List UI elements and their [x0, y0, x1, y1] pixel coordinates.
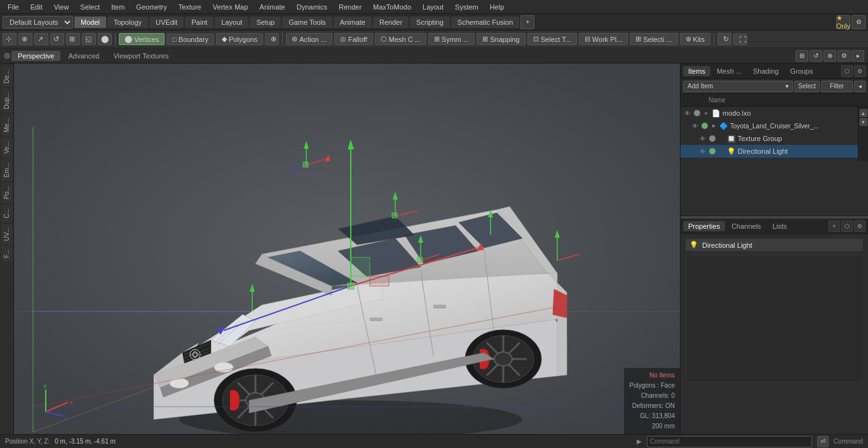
tool-world-btn[interactable]: ⊕ — [18, 33, 32, 45]
menu-select[interactable]: Select — [75, 2, 105, 12]
viewport-advanced-tab[interactable]: Advanced — [62, 51, 105, 61]
item-vis-indicator[interactable] — [709, 148, 715, 154]
tool-rotate-btn[interactable]: ↺ — [50, 33, 64, 45]
menu-render[interactable]: Render — [334, 2, 367, 12]
panel-maximize-btn[interactable]: ⬡ — [841, 65, 853, 77]
kits-btn[interactable]: ⊛ Kits — [680, 33, 710, 45]
select-through-btn[interactable]: ⊡ Select T... — [527, 33, 577, 45]
mesh-tab[interactable]: Mesh ... — [712, 66, 747, 76]
items-tab[interactable]: Items — [683, 66, 710, 76]
tab-render[interactable]: Render — [373, 17, 409, 28]
scroll-down-btn[interactable]: ▼ — [860, 118, 867, 126]
viewport-textures-tab[interactable]: Viewport Textures — [107, 51, 175, 61]
symmetry-btn[interactable]: ⊞ Symm ... — [428, 33, 475, 45]
props-add-btn[interactable]: + — [829, 221, 840, 232]
menu-vertex-map[interactable]: Vertex Map — [208, 2, 254, 12]
tool-mirror-btn[interactable]: ⬤ — [98, 33, 112, 45]
menu-file[interactable]: File — [3, 2, 24, 12]
item-eye-btn[interactable]: 👁 — [691, 121, 700, 130]
tab-layout[interactable]: Layout — [215, 17, 248, 28]
viewport-reset-btn[interactable]: ↺ — [810, 50, 822, 62]
item-vis-indicator[interactable] — [694, 110, 700, 116]
boundary-btn[interactable]: □ Boundary — [166, 34, 214, 45]
menu-help[interactable]: Help — [485, 2, 510, 12]
select-btn[interactable]: Select — [794, 81, 820, 92]
snapping-btn[interactable]: ⊞ Snapping — [477, 33, 526, 45]
work-plane-btn[interactable]: ⊟ Work Pl... — [579, 33, 628, 45]
item-vis-indicator[interactable] — [709, 135, 715, 142]
action-btn[interactable]: ⊛ Action ... — [286, 33, 332, 45]
menu-animate[interactable]: Animate — [254, 2, 290, 12]
tab-topology[interactable]: Topology — [107, 17, 148, 28]
tool-arrow-btn[interactable]: ↗ — [34, 33, 48, 45]
tab-scripting[interactable]: Scripting — [410, 17, 450, 28]
item-expand-btn[interactable] — [702, 109, 710, 117]
falloff-btn[interactable]: ◎ Falloff — [334, 33, 373, 45]
channels-tab[interactable]: Channels — [726, 221, 766, 231]
tool-scale-btn[interactable]: ◱ — [82, 33, 96, 45]
viewport-arrow-btn[interactable]: ▸ — [851, 50, 864, 62]
command-run-btn[interactable]: ⏎ — [817, 436, 829, 447]
lists-tab[interactable]: Lists — [768, 221, 792, 231]
viewport-zoom-btn[interactable]: ⊕ — [824, 50, 836, 62]
vertices-btn[interactable]: ⬤ Vertices — [119, 33, 165, 45]
item-eye-btn[interactable]: 👁 — [698, 134, 707, 143]
scroll-up-btn[interactable]: ▲ — [860, 109, 867, 117]
sidebar-vtab-uv[interactable]: UV... — [1, 224, 13, 245]
list-item[interactable]: 👁 🔲 Texture Group — [681, 132, 858, 145]
polygons-btn[interactable]: ◆ Polygons — [216, 33, 263, 45]
list-item[interactable]: 👁 📄 modo.lxo — [681, 107, 858, 119]
item-eye-btn[interactable]: 👁 — [683, 109, 692, 118]
menu-item[interactable]: Item — [106, 2, 130, 12]
list-item[interactable]: 👁 💡 Directional Light — [681, 145, 858, 158]
props-maximize-btn[interactable]: ⬡ — [841, 221, 853, 232]
list-item[interactable]: 👁 🔷 Toyota_Land_Cruiser_Silver_... — [681, 119, 858, 132]
item-eye-btn[interactable]: 👁 — [698, 147, 707, 156]
sidebar-vtab-ve[interactable]: Ve... — [1, 137, 13, 158]
viewport-layout-icon[interactable]: ⊞ — [796, 50, 808, 62]
sidebar-vtab-c[interactable]: C... — [1, 205, 13, 222]
menu-edit[interactable]: Edit — [25, 2, 48, 12]
item-expand-btn[interactable] — [717, 147, 725, 155]
menu-dynamics[interactable]: Dynamics — [292, 2, 332, 12]
add-layout-tab-button[interactable]: + — [520, 15, 534, 29]
tab-model[interactable]: Model — [74, 17, 106, 28]
item-list-arrow-left[interactable]: ◂ — [854, 81, 865, 92]
selection-sets-btn[interactable]: ⊞ Selecti ... — [630, 33, 677, 45]
item-vis-indicator[interactable] — [702, 123, 708, 129]
viewport-perspective-tab[interactable]: Perspective — [11, 51, 60, 61]
menu-view[interactable]: View — [49, 2, 74, 12]
tab-uvedit[interactable]: UVEdit — [149, 17, 184, 28]
tool-transform-btn[interactable]: ⊞ — [66, 33, 80, 45]
sidebar-vtab-po[interactable]: Po... — [1, 182, 13, 203]
menu-layout[interactable]: Layout — [417, 2, 449, 12]
star-only-button[interactable]: ★ Only — [836, 15, 850, 29]
menu-texture[interactable]: Texture — [173, 2, 207, 12]
fullscreen-btn[interactable]: ⛶ — [733, 34, 747, 45]
props-settings-btn[interactable]: ⚙ — [854, 221, 865, 232]
sidebar-vtab-me[interactable]: Me... — [1, 114, 13, 136]
filter-btn[interactable]: Filter — [821, 81, 853, 92]
sidebar-vtab-de[interactable]: De... — [1, 66, 13, 87]
layout-select[interactable]: Default Layouts — [3, 16, 73, 29]
item-expand-btn[interactable] — [717, 135, 725, 142]
mesh-component-btn[interactable]: ⬡ Mesh C ... — [375, 33, 426, 45]
sidebar-vtab-dup[interactable]: Dup... — [1, 88, 13, 113]
shading-tab[interactable]: Shading — [748, 66, 783, 76]
item-expand-btn[interactable] — [710, 122, 717, 130]
viewport-3d[interactable]: X Y Z No Items Polygons : Face Channels:… — [14, 64, 680, 434]
viewport-dot[interactable] — [4, 53, 10, 59]
rotate-view-btn[interactable]: ↻ — [717, 33, 731, 45]
tab-setup[interactable]: Setup — [250, 17, 281, 28]
layout-settings-button[interactable]: ⚙ — [851, 15, 865, 29]
groups-tab[interactable]: Groups — [785, 66, 818, 76]
tab-animate[interactable]: Animate — [334, 17, 372, 28]
add-item-button[interactable]: Add Item ▾ — [683, 81, 793, 92]
properties-tab[interactable]: Properties — [683, 221, 725, 231]
menu-system[interactable]: System — [450, 2, 484, 12]
tab-paint[interactable]: Paint — [185, 17, 214, 28]
menu-geometry[interactable]: Geometry — [131, 2, 172, 12]
tab-schematic-fusion[interactable]: Schematic Fusion — [451, 17, 519, 28]
viewport-settings-btn[interactable]: ⚙ — [837, 50, 850, 62]
sidebar-vtab-em[interactable]: Em... — [1, 159, 13, 181]
